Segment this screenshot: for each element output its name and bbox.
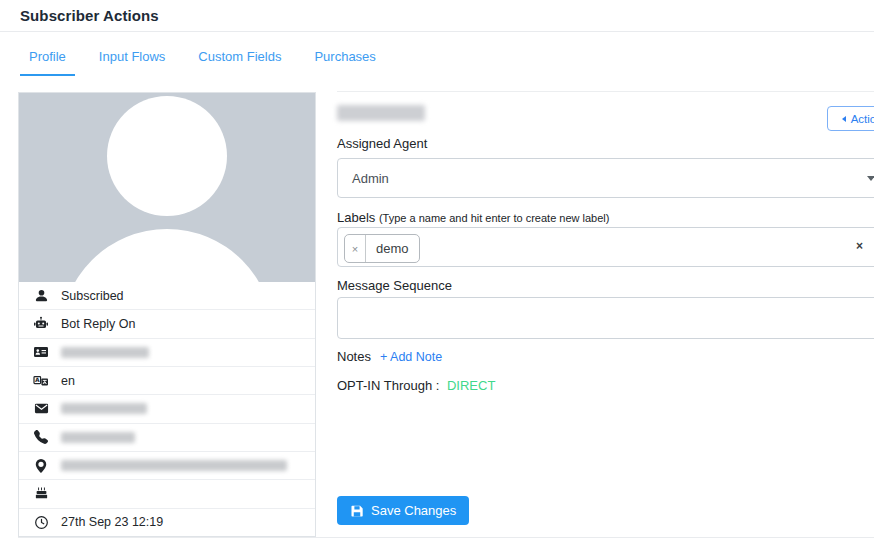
location-row — [19, 451, 315, 479]
phone-row — [19, 423, 315, 451]
labels-clear-button[interactable]: × — [856, 240, 863, 252]
subscriber-status-row: Subscribed — [19, 282, 315, 309]
notes-label: Notes — [337, 349, 371, 364]
redacted-text — [61, 403, 147, 414]
tab-custom-fields[interactable]: Custom Fields — [189, 39, 290, 76]
optin-label: OPT-IN Through : — [337, 378, 439, 393]
subscriber-details-list: Subscribed Bot Reply On — [19, 282, 315, 536]
save-changes-button[interactable]: Save Changes — [337, 496, 469, 525]
tab-bar: Profile Input Flows Custom Fields Purcha… — [0, 31, 874, 76]
assigned-agent-label: Assigned Agent — [337, 136, 427, 151]
subscriber-id-row — [19, 338, 315, 366]
tab-profile[interactable]: Profile — [20, 39, 75, 76]
redacted-text — [61, 460, 287, 471]
labels-label-text: Labels — [337, 210, 375, 225]
birthday-row — [19, 479, 315, 507]
labels-label: Labels (Type a name and hit enter to cre… — [337, 210, 609, 225]
language-row: A en — [19, 366, 315, 394]
save-changes-label: Save Changes — [371, 503, 456, 518]
save-icon — [350, 504, 364, 518]
actions-button[interactable]: Actions — [827, 106, 874, 131]
add-note-button[interactable]: + Add Note — [380, 350, 442, 364]
avatar — [19, 93, 315, 282]
notes-row: Notes + Add Note — [337, 349, 442, 364]
phone-icon — [33, 429, 49, 445]
id-card-icon — [33, 344, 49, 360]
svg-text:A: A — [35, 376, 40, 383]
location-pin-icon — [33, 458, 49, 474]
tab-input-flows[interactable]: Input Flows — [90, 39, 174, 76]
content-bottom-divider — [18, 537, 874, 538]
label-chip: × demo — [344, 234, 420, 263]
subscriber-profile-card: Subscribed Bot Reply On — [18, 92, 316, 537]
envelope-icon — [33, 401, 49, 417]
bot-reply-row: Bot Reply On — [19, 309, 315, 337]
redacted-text — [61, 347, 149, 358]
subscriber-detail-panel: Actions Assigned Agent Admin Labels (Typ… — [337, 91, 874, 546]
person-placeholder-icon — [19, 93, 315, 282]
tab-purchases[interactable]: Purchases — [305, 39, 384, 76]
chip-label: demo — [366, 235, 419, 262]
email-row — [19, 394, 315, 422]
cake-icon — [33, 486, 49, 502]
assigned-agent-select[interactable]: Admin — [337, 158, 874, 198]
optin-value: DIRECT — [447, 378, 495, 393]
person-icon — [33, 288, 49, 304]
bot-reply-status: Bot Reply On — [61, 317, 135, 331]
actions-button-label: Actions — [851, 113, 874, 125]
robot-icon — [33, 316, 49, 332]
message-sequence-input[interactable] — [337, 297, 874, 339]
labels-input[interactable]: × demo × — [337, 227, 874, 267]
subscriber-name-redacted — [337, 105, 425, 121]
chevron-down-icon — [867, 176, 874, 181]
subscriber-status: Subscribed — [61, 289, 124, 303]
page-title: Subscriber Actions — [20, 7, 159, 24]
created-date-row: 27th Sep 23 12:19 — [19, 508, 315, 536]
language-icon: A — [33, 373, 49, 389]
labels-hint: (Type a name and hit enter to create new… — [379, 212, 610, 224]
language-value: en — [61, 374, 75, 388]
page-header: Subscriber Actions — [0, 0, 874, 32]
clock-icon — [33, 514, 49, 530]
message-sequence-label: Message Sequence — [337, 278, 452, 293]
assigned-agent-value: Admin — [352, 171, 389, 186]
redacted-text — [61, 432, 135, 443]
created-date: 27th Sep 23 12:19 — [61, 515, 163, 529]
caret-left-icon — [842, 116, 846, 122]
optin-row: OPT-IN Through : DIRECT — [337, 378, 495, 393]
chip-remove-button[interactable]: × — [345, 235, 366, 262]
